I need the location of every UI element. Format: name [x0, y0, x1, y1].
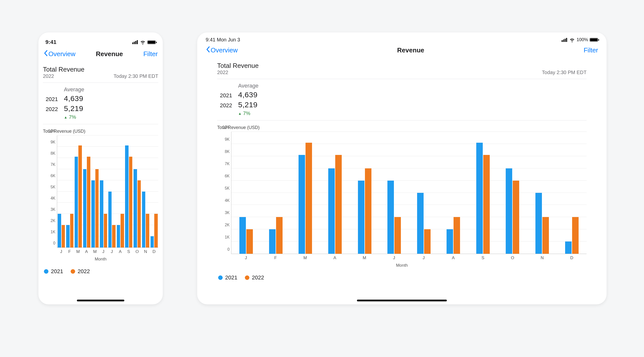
bar [335, 155, 342, 254]
cellular-icon [132, 40, 138, 44]
swatch-2021 [44, 269, 48, 274]
bar [108, 192, 112, 248]
back-button[interactable]: Overview [44, 50, 76, 58]
avg-year-1: 2022 [217, 102, 232, 109]
bar-group [468, 132, 498, 254]
bar-group [116, 135, 124, 248]
back-label: Overview [48, 50, 76, 58]
averages-heading: Average [238, 83, 258, 89]
bar-group [91, 135, 99, 248]
x-tick: N [141, 248, 150, 255]
bar-group [108, 135, 116, 248]
bar [112, 225, 116, 248]
bar [542, 217, 549, 254]
bar [306, 143, 312, 254]
back-button[interactable]: Overview [206, 46, 238, 54]
bar-group [232, 132, 261, 254]
section-title: Total Revenue [43, 62, 158, 73]
bar-group [557, 132, 586, 254]
x-tick: A [116, 248, 124, 255]
y-tick: 3K [217, 211, 230, 215]
y-tick: 8K [43, 151, 56, 156]
bar [146, 214, 149, 248]
bar [91, 180, 95, 248]
bar [138, 180, 141, 248]
bar [476, 143, 483, 254]
y-tick: 2K [217, 223, 230, 227]
battery-pct: 100% [576, 37, 588, 42]
bar [536, 193, 542, 254]
x-tick: M [90, 248, 99, 255]
delta-value: 7% [243, 110, 250, 116]
phone-frame: 9:41 Overview Revenue Filter Total Reven… [38, 32, 163, 304]
bar [358, 181, 364, 254]
x-tick: A [320, 254, 350, 262]
x-tick: J [57, 248, 66, 255]
filter-button[interactable]: Filter [143, 50, 158, 58]
bar-group [498, 132, 528, 254]
section-subtitle-year: 2022 [43, 73, 54, 79]
bar [70, 214, 74, 248]
status-time: 9:41 [46, 39, 132, 45]
bar [100, 180, 103, 248]
bar-group [142, 135, 150, 248]
bar [117, 225, 120, 248]
bar [75, 157, 78, 248]
timestamp: Today 2:30 PM EDT [542, 70, 586, 75]
page-title: Revenue [76, 50, 143, 58]
y-tick: 8K [217, 149, 230, 154]
bar [298, 155, 305, 254]
bar [483, 155, 490, 254]
y-tick: 0 [43, 241, 56, 246]
avg-value-0: 4,639 [64, 94, 84, 103]
filter-button[interactable]: Filter [584, 46, 598, 54]
bar [328, 168, 335, 254]
bar [246, 229, 253, 254]
chart-caption: Total Revenue (USD) [217, 125, 586, 132]
bar [417, 193, 424, 254]
x-tick: F [261, 254, 290, 262]
delta-badge: ▲ 7% [64, 114, 84, 120]
averages-block: Average 2021 4,639 2022 5,219 ▲ 7% [217, 83, 586, 120]
chevron-left-icon [206, 46, 210, 54]
page-title: Revenue [238, 46, 584, 54]
avg-year-0: 2021 [43, 96, 58, 102]
delta-badge: ▲ 7% [238, 110, 258, 116]
legend: 2021 2022 [217, 268, 586, 281]
section-subtitle-year: 2022 [217, 70, 228, 75]
averages-heading: Average [64, 86, 84, 93]
bar [446, 229, 453, 254]
bar [129, 157, 132, 248]
bar [154, 214, 158, 248]
x-tick: D [557, 254, 586, 262]
bar [62, 225, 65, 248]
home-indicator [357, 300, 447, 301]
y-tick: 2K [43, 219, 56, 223]
y-tick: 4K [217, 198, 230, 203]
swatch-2022 [245, 275, 249, 280]
bar-group [57, 135, 66, 248]
y-tick: 0 [217, 247, 230, 252]
bar-group [66, 135, 74, 248]
battery-icon [147, 40, 156, 44]
y-tick: 4K [43, 196, 56, 201]
legend-label-2021: 2021 [51, 268, 63, 275]
x-tick: M [290, 254, 320, 262]
timestamp: Today 2:30 PM EDT [114, 73, 158, 79]
y-tick: 10K [217, 125, 230, 129]
bar-group [380, 132, 409, 254]
y-tick: 10K [43, 129, 56, 133]
y-tick: 6K [217, 174, 230, 178]
legend: 2021 2022 [43, 262, 158, 275]
avg-year-0: 2021 [217, 92, 232, 99]
y-tick: 7K [217, 162, 230, 166]
chart-caption: Total Revenue (USD) [43, 129, 158, 135]
bar [125, 145, 128, 248]
avg-year-1: 2022 [43, 106, 58, 112]
legend-item-2022: 2022 [71, 268, 90, 275]
bar [66, 225, 70, 248]
x-tick: A [438, 254, 468, 262]
y-tick: 5K [217, 186, 230, 191]
bar [58, 214, 61, 248]
bar [388, 181, 394, 254]
